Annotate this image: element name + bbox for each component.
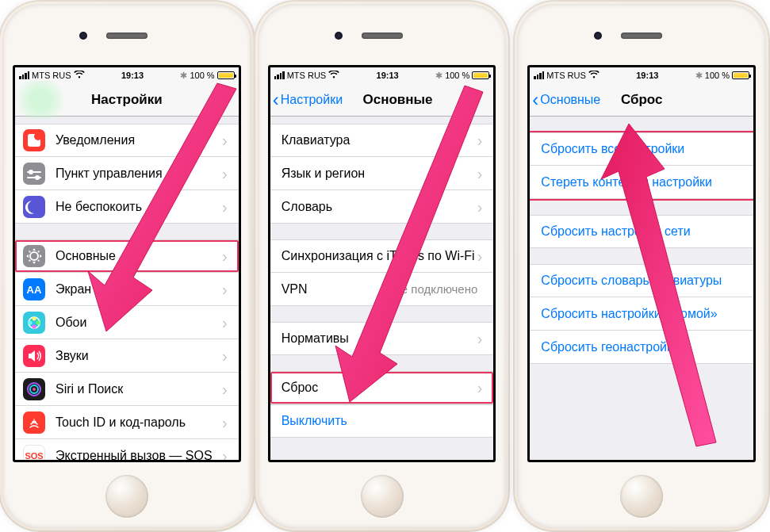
svg-point-15 xyxy=(33,388,36,391)
battery-pct: 100 % xyxy=(705,71,730,80)
speaker-slot xyxy=(621,33,662,39)
row-shutdown[interactable]: Выключить xyxy=(270,404,494,438)
settings-row-dnd[interactable]: Не беспокоить› xyxy=(15,190,239,224)
row-label: Сбросить настройки сети xyxy=(541,224,690,239)
row-value: Не подключено xyxy=(393,282,477,296)
row-label: Touch ID и код-пароль xyxy=(56,415,222,430)
reset-list[interactable]: Сбросить все настройкиСтереть контент и … xyxy=(530,117,753,460)
battery-icon xyxy=(217,71,235,79)
row-label: Основные xyxy=(56,249,222,263)
device-1: MTS RUS 19:13 ✱ 100 % Настройки Уведомле… xyxy=(0,0,255,532)
row-label: Уведомления xyxy=(56,133,222,147)
svg-rect-1 xyxy=(34,132,42,140)
speaker-slot xyxy=(106,33,147,39)
clock-label: 19:13 xyxy=(636,71,658,80)
status-bar: MTS RUS 19:13 ✱ 100 % xyxy=(15,67,239,83)
screen-2: MTS RUS 19:13 ✱ 100 % ‹Настройки Основны… xyxy=(268,65,496,462)
home-button[interactable] xyxy=(361,475,404,518)
row-item[interactable]: Клавиатура› xyxy=(270,124,494,157)
clock-label: 19:13 xyxy=(377,71,399,80)
carrier-label: MTS RUS xyxy=(546,71,586,80)
row-item[interactable]: Сброс› xyxy=(270,371,494,404)
camera-dot xyxy=(79,32,87,40)
row-item[interactable]: Стереть контент и настройки xyxy=(530,166,753,199)
bluetooth-icon: ✱ xyxy=(180,71,187,81)
settings-row-siri[interactable]: Siri и Поиск› xyxy=(15,373,239,406)
device-2: MTS RUS 19:13 ✱ 100 % ‹Настройки Основны… xyxy=(254,0,511,532)
svg-point-9 xyxy=(33,316,36,320)
signal-icon xyxy=(534,71,544,79)
home-button[interactable] xyxy=(105,475,148,518)
general-list[interactable]: Клавиатура›Язык и регион›Словарь› Синхро… xyxy=(270,117,494,460)
battery-icon xyxy=(472,71,489,79)
row-label: Клавиатура xyxy=(282,133,477,147)
row-label: Звуки xyxy=(56,349,222,363)
svg-point-11 xyxy=(33,324,36,328)
back-label: Настройки xyxy=(281,93,343,107)
row-item[interactable]: Сбросить словарь клавиатуры xyxy=(530,264,753,297)
carrier-label: MTS RUS xyxy=(287,71,327,80)
row-item[interactable]: VPNНе подключено› xyxy=(270,273,494,306)
status-bar: MTS RUS 19:13 ✱ 100 % xyxy=(270,67,494,83)
row-label: Сбросить настройки «Домой» xyxy=(541,307,717,321)
row-label: Обои xyxy=(56,316,222,330)
settings-row-wallpaper[interactable]: Обои› xyxy=(15,306,239,339)
row-item[interactable]: Сбросить все настройки xyxy=(530,132,753,166)
nav-bar: ‹Настройки Основные xyxy=(270,83,494,117)
settings-list[interactable]: Уведомления›Пункт управления›Не беспокои… xyxy=(15,117,239,460)
row-label: Экран и яркость xyxy=(56,282,222,297)
bluetooth-icon: ✱ xyxy=(435,71,442,81)
carrier-label: MTS RUS xyxy=(32,71,71,80)
battery-pct: 100 % xyxy=(445,71,469,80)
back-label: Основные xyxy=(540,93,600,107)
back-button[interactable]: ‹Настройки xyxy=(270,93,343,107)
row-item[interactable]: Нормативы› xyxy=(270,322,494,355)
row-item[interactable]: Сбросить настройки сети xyxy=(530,215,753,248)
back-button[interactable]: ‹Основные xyxy=(530,93,600,107)
row-item[interactable]: Синхронизация с iTunes по Wi-Fi› xyxy=(270,239,494,273)
svg-point-12 xyxy=(29,320,33,324)
row-label: Пункт управления xyxy=(56,166,222,181)
clock-label: 19:13 xyxy=(121,71,144,80)
row-item[interactable]: Сбросить настройки «Домой» xyxy=(530,297,753,331)
row-label: Словарь xyxy=(282,200,477,214)
wifi-icon xyxy=(74,71,85,80)
settings-row-display[interactable]: AAЭкран и яркость› xyxy=(15,273,239,306)
row-label: Нормативы xyxy=(282,331,477,346)
wifi-icon xyxy=(328,71,339,80)
svg-point-3 xyxy=(29,170,33,174)
home-button[interactable] xyxy=(620,475,663,518)
settings-row-general[interactable]: Основные› xyxy=(15,239,239,273)
row-label: Сброс xyxy=(282,381,477,395)
row-label: Сбросить словарь клавиатуры xyxy=(541,274,722,288)
settings-row-sos[interactable]: SOSЭкстренный вызов — SOS› xyxy=(15,439,239,460)
camera-dot xyxy=(335,32,343,40)
device-3: MTS RUS 19:13 ✱ 100 % ‹Основные Сброс Сб… xyxy=(513,0,770,532)
row-item[interactable]: Словарь› xyxy=(270,190,494,224)
row-label: Язык и регион xyxy=(282,166,477,181)
screen-1: MTS RUS 19:13 ✱ 100 % Настройки Уведомле… xyxy=(13,65,241,462)
status-bar: MTS RUS 19:13 ✱ 100 % xyxy=(530,67,753,83)
row-label: Синхронизация с iTunes по Wi-Fi xyxy=(282,249,477,263)
row-label: Экстренный вызов — SOS xyxy=(56,449,222,461)
svg-point-6 xyxy=(30,252,38,260)
page-title: Настройки xyxy=(15,92,239,108)
row-label: Не беспокоить xyxy=(56,200,222,214)
bluetooth-icon: ✱ xyxy=(695,71,703,81)
settings-row-control[interactable]: Пункт управления› xyxy=(15,157,239,190)
speaker-slot xyxy=(362,33,403,39)
nav-bar: Настройки xyxy=(15,83,239,117)
battery-pct: 100 % xyxy=(190,71,214,80)
row-item[interactable]: Сбросить геонастройки xyxy=(530,331,753,364)
settings-row-sounds[interactable]: Звуки› xyxy=(15,339,239,373)
row-label: Сбросить все настройки xyxy=(541,142,684,156)
row-item[interactable]: Язык и регион› xyxy=(270,157,494,190)
row-label: Стереть контент и настройки xyxy=(541,175,712,189)
nav-bar: ‹Основные Сброс xyxy=(530,83,753,117)
row-label: Siri и Поиск xyxy=(56,382,222,396)
signal-icon xyxy=(274,71,285,79)
settings-row-touchid[interactable]: Touch ID и код-пароль› xyxy=(15,406,239,439)
svg-text:AA: AA xyxy=(27,284,42,296)
svg-point-10 xyxy=(36,320,40,324)
settings-row-notif[interactable]: Уведомления› xyxy=(15,124,239,157)
